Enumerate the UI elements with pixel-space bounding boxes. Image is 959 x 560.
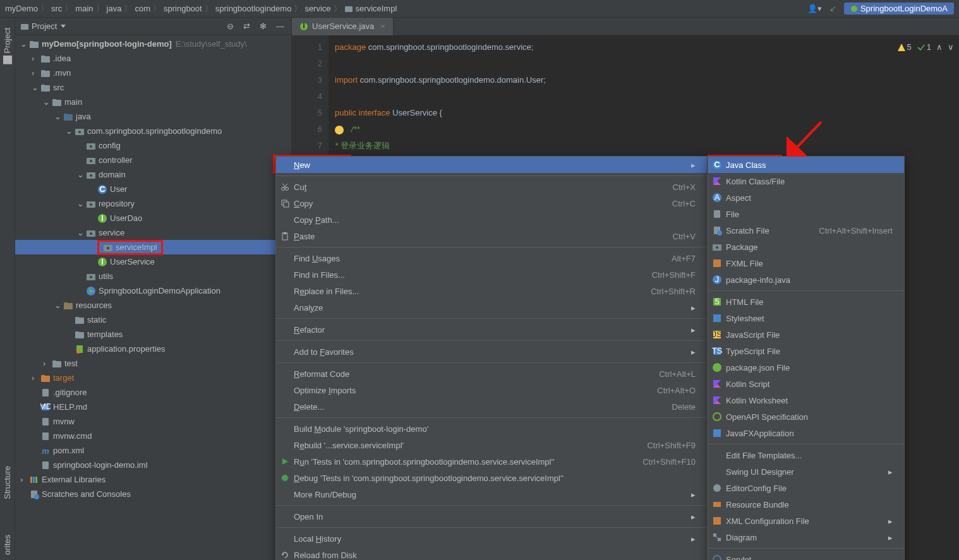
tree-node-target[interactable]: ›target [15,371,291,385]
menu-item-kotlin-script[interactable]: Kotlin Script [708,376,904,392]
project-tree[interactable]: ⌄myDemo [springboot-login-demo]E:\study\… [15,35,291,560]
tree-node-serviceimpl[interactable]: serviceImpl [15,240,291,254]
inspections-summary[interactable]: 5 1 ∧ ∨ [897,39,954,56]
tree-node-external-libraries[interactable]: ›External Libraries [15,472,291,487]
structure-tool-button[interactable]: Structure [3,461,12,504]
tree-node-userservice[interactable]: IUserService [15,254,291,269]
hide-icon[interactable]: — [276,21,286,32]
menu-item-file[interactable]: File [708,206,904,222]
editor-tab[interactable]: I UserService.java × [292,18,394,35]
tree-node-resources[interactable]: ⌄resources [15,298,291,313]
new-submenu[interactable]: CJava ClassKotlin Class/FileAAspectFileS… [708,156,905,560]
tree-node-test[interactable]: ›test [15,356,291,371]
tree-node-scratches-and-consoles[interactable]: Scratches and Consoles [15,487,291,501]
breadcrumb-item[interactable]: com [135,4,150,13]
project-tool-button[interactable]: Project [3,23,12,69]
tree-node-mydemo[interactable]: ⌄myDemo [springboot-login-demo]E:\study\… [15,37,291,51]
tree-node-java[interactable]: ⌄java [15,109,291,124]
menu-item-local-history[interactable]: Local History▸ [276,530,707,547]
tree-node-userdao[interactable]: IUserDao [15,211,291,225]
run-configuration[interactable]: SpringbootLoginDemoA [844,3,954,15]
tree-node-springboot-login-demo-iml[interactable]: springboot-login-demo.iml [15,458,291,472]
menu-item-scratch-file[interactable]: Scratch FileCtrl+Alt+Shift+Insert [708,222,904,239]
tree-node-config[interactable]: config [15,138,291,153]
tree-node-mvnw-cmd[interactable]: mvnw.cmd [15,429,291,443]
menu-item-copy-path-[interactable]: Copy Path... [276,211,707,228]
menu-item-java-class[interactable]: CJava Class [708,157,904,173]
tree-node-src[interactable]: ⌄src [15,80,291,95]
menu-item-package-json-file[interactable]: package.json File [708,359,904,376]
settings-icon[interactable]: ✻ [260,21,270,32]
menu-item-analyze[interactable]: Analyze▸ [276,299,707,316]
tree-node-com-springboot-springbootlogindemo[interactable]: ⌄com.springboot.springbootlogindemo [15,124,291,138]
tree-node-help-md[interactable]: MDHELP.md [15,400,291,414]
chevron-down-icon[interactable]: ∨ [948,39,954,56]
breadcrumb-item[interactable]: java [107,4,122,13]
tree-node-controller[interactable]: controller [15,153,291,167]
menu-item-typescript-file[interactable]: TSTypeScript File [708,343,904,359]
add-user-icon[interactable]: 👤▾ [807,4,822,13]
menu-item-package[interactable]: Package [708,239,904,255]
tree-node-user[interactable]: CUser [15,182,291,196]
close-tab-icon[interactable]: × [380,21,385,31]
breadcrumb-item[interactable]: springbootlogindemo [215,4,292,13]
breadcrumb-item[interactable]: myDemo [5,4,38,13]
breadcrumb-item[interactable]: src [51,4,62,13]
menu-item-resource-bundle[interactable]: Resource Bundle [708,496,904,513]
breadcrumb-item[interactable]: main [75,4,93,13]
tree-node-repository[interactable]: ⌄repository [15,196,291,211]
menu-item-javascript-file[interactable]: JSJavaScript File [708,326,904,343]
menu-item-replace-in-files-[interactable]: Replace in Files...Ctrl+Shift+R [276,283,707,299]
expand-icon[interactable]: ⇄ [243,21,253,32]
back-icon[interactable]: ↙ [829,4,836,13]
menu-item-copy[interactable]: CopyCtrl+C [276,195,707,211]
menu-item-build-module-springboot-login-demo-[interactable]: Build Module 'springboot-login-demo' [276,420,707,437]
menu-item-new[interactable]: New▸ [276,157,707,173]
menu-item-html-file[interactable]: 5HTML File [708,294,904,310]
menu-item-cut[interactable]: CutCtrl+X [276,179,707,195]
breadcrumb-item[interactable]: serviceImpl [356,4,397,13]
menu-item-open-in[interactable]: Open In▸ [276,508,707,525]
menu-item-diagram[interactable]: Diagram▸ [708,529,904,545]
menu-item-servlet[interactable]: Servlet [708,551,904,560]
tree-node-static[interactable]: static [15,313,291,327]
menu-item-kotlin-class-file[interactable]: Kotlin Class/File [708,173,904,189]
chevron-up-icon[interactable]: ∧ [936,39,943,56]
tree-node-springbootlogindemoapplication[interactable]: SpringbootLoginDemoApplication [15,283,291,298]
menu-item-delete-[interactable]: Delete...Delete [276,398,707,415]
menu-item-editorconfig-file[interactable]: EditorConfig File [708,480,904,496]
tree-node--mvn[interactable]: ›.mvn [15,66,291,80]
favorites-tool-button[interactable]: orites [3,530,12,560]
menu-item-package-info-java[interactable]: Jpackage-info.java [708,271,904,288]
tree-node-pom-xml[interactable]: mpom.xml [15,443,291,458]
tree-node-mvnw[interactable]: mvnw [15,414,291,429]
menu-item-aspect[interactable]: AAspect [708,189,904,206]
menu-item-swing-ui-designer[interactable]: Swing UI Designer▸ [708,463,904,480]
menu-item-openapi-specification[interactable]: OpenAPI Specification [708,408,904,425]
menu-item-reformat-code[interactable]: Reformat CodeCtrl+Alt+L [276,366,707,382]
tree-node-service[interactable]: ⌄service [15,225,291,240]
menu-item-kotlin-worksheet[interactable]: Kotlin Worksheet [708,392,904,408]
tree-node--gitignore[interactable]: .gitignore [15,385,291,400]
menu-item-stylesheet[interactable]: Stylesheet [708,310,904,326]
menu-item-javafxapplication[interactable]: JavaFXApplication [708,425,904,441]
menu-item-run-tests-in-com-springboot-springbootlogindemo-service-serviceimpl-[interactable]: Run 'Tests in 'com.springboot.springboot… [276,453,707,470]
tree-node-domain[interactable]: ⌄domain [15,167,291,182]
tree-node-main[interactable]: ⌄main [15,95,291,109]
breadcrumb-item[interactable]: springboot [164,4,202,13]
menu-item-optimize-imports[interactable]: Optimize ImportsCtrl+Alt+O [276,382,707,398]
tree-node--idea[interactable]: ›.idea [15,51,291,66]
tree-node-templates[interactable]: templates [15,327,291,342]
menu-item-debug-tests-in-com-springboot-springbootlogindemo-service-serviceimpl-[interactable]: Debug 'Tests in 'com.springboot.springbo… [276,470,707,486]
menu-item-edit-file-templates-[interactable]: Edit File Templates... [708,447,904,463]
tree-node-utils[interactable]: utils [15,269,291,283]
tree-node-application-properties[interactable]: application.properties [15,342,291,356]
locate-icon[interactable]: ⊖ [227,21,237,32]
menu-item-rebuild-service-serviceimpl-[interactable]: Rebuild '...service.serviceImpl'Ctrl+Shi… [276,437,707,453]
menu-item-more-run-debug[interactable]: More Run/Debug▸ [276,486,707,503]
menu-item-find-in-files-[interactable]: Find in Files...Ctrl+Shift+F [276,266,707,283]
menu-item-refactor[interactable]: Refactor▸ [276,321,707,338]
context-menu[interactable]: New▸CutCtrl+XCopyCtrl+CCopy Path...Paste… [275,156,708,560]
breadcrumb[interactable]: myDemo〉src〉main〉java〉com〉springboot〉spri… [5,3,397,15]
menu-item-fxml-file[interactable]: FXML File [708,255,904,271]
